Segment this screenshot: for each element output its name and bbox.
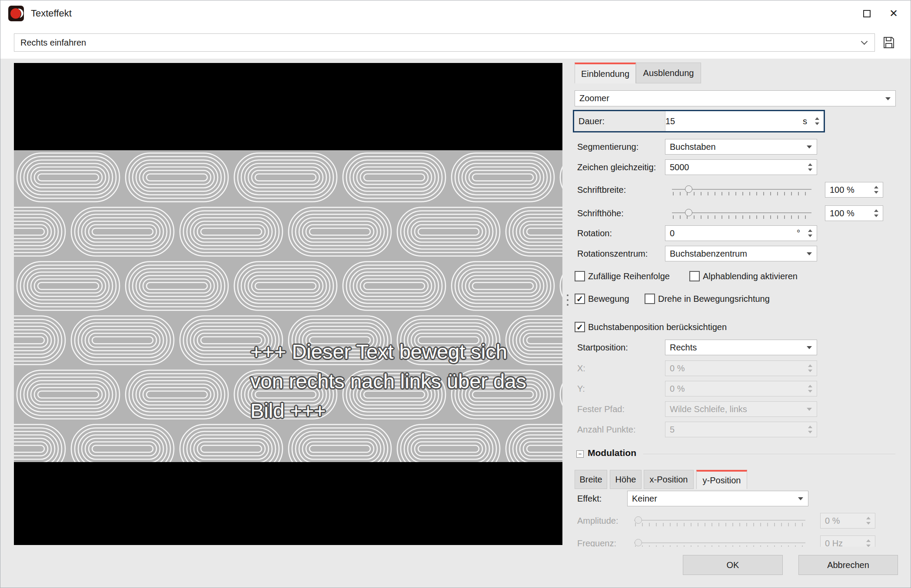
tab-label: Einblendung (581, 69, 629, 79)
bewegung-label[interactable]: Bewegung (588, 293, 629, 305)
frequenz-label: Frequenz: (577, 534, 616, 547)
y-spinbox: 0 % (665, 381, 817, 396)
segmentierung-value: Buchstaben (670, 142, 716, 152)
tab-ausblendung[interactable]: Ausblendung (636, 63, 701, 83)
slider-track[interactable] (672, 212, 811, 213)
y-value: 0 % (670, 384, 685, 394)
slider-thumb (635, 516, 642, 524)
zufaellige-reihenfolge-checkbox[interactable]: ✓ (575, 271, 585, 281)
modulation-collapse-button[interactable]: − (576, 450, 584, 458)
spin-down-button[interactable] (874, 215, 878, 217)
anzahl-punkte-value: 5 (670, 425, 675, 435)
tab-label: y-Position (703, 476, 741, 486)
texteffekt-dialog: Texteffekt ✕ Rechts einfahren (0, 0, 911, 588)
y-spinner (805, 382, 815, 395)
spin-up-button[interactable] (874, 186, 878, 188)
slider-ticks (635, 545, 805, 547)
chevron-down-icon (807, 346, 812, 349)
spin-down-button (808, 390, 812, 393)
schriftbreite-spinner (871, 183, 881, 196)
tab-breite[interactable]: Breite (575, 470, 607, 489)
schriftbreite-spinbox[interactable]: 100 % (825, 182, 883, 198)
frequenz-slider (634, 534, 805, 547)
segmentierung-dropdown[interactable]: Buchstaben (665, 139, 817, 155)
schrifthoehe-spinbox[interactable]: 100 % (825, 205, 883, 221)
dauer-spinner (812, 112, 822, 130)
close-button[interactable]: ✕ (880, 0, 907, 26)
spin-up-button[interactable] (808, 163, 812, 166)
preset-value: Rechts einfahren (20, 38, 86, 48)
chevron-down-icon (807, 252, 812, 255)
effekt-value: Keiner (632, 494, 657, 504)
effekt-dropdown[interactable]: Keiner (627, 491, 808, 506)
buchstabenposition-label[interactable]: Buchstabenposition berücksichtigen (588, 321, 727, 333)
tab-hoehe[interactable]: Höhe (610, 470, 642, 489)
effect-value: Zoomer (579, 93, 609, 103)
ok-button-label: OK (727, 560, 739, 570)
zufaellige-reihenfolge-label[interactable]: Zufällige Reihenfolge (588, 270, 670, 282)
rotationszentrum-value: Buchstabenzentrum (670, 249, 747, 259)
preset-dropdown[interactable]: Rechts einfahren (14, 33, 875, 52)
spin-up-button[interactable] (874, 209, 878, 212)
dauer-unit: s (803, 116, 807, 126)
rotation-unit: ° (797, 228, 800, 238)
anzahl-punkte-spinner (805, 423, 815, 436)
save-preset-button[interactable] (880, 33, 898, 52)
rotation-spinbox[interactable]: 0 ° (665, 225, 817, 241)
amplitude-label: Amplitude: (577, 511, 618, 530)
spin-up-button[interactable] (815, 117, 819, 120)
drehe-label[interactable]: Drehe in Bewegungsrichtung (658, 293, 770, 305)
x-spinbox: 0 % (665, 360, 817, 376)
spin-down-button[interactable] (815, 122, 819, 125)
x-label: X: (577, 360, 585, 376)
ok-button[interactable]: OK (683, 555, 783, 575)
spin-down-button[interactable] (874, 191, 878, 194)
schrifthoehe-value: 100 % (830, 208, 854, 218)
slider-track[interactable] (672, 189, 811, 190)
spin-down-button (866, 522, 871, 525)
slider-thumb[interactable] (685, 209, 692, 216)
preview-text-line: von rechts nach links über das (250, 367, 526, 396)
preview-canvas: +++ Dieser Text bewegt sich von rechts n… (14, 63, 562, 545)
tab-einblendung[interactable]: Einblendung (575, 63, 636, 83)
cancel-button[interactable]: Abbrechen (798, 555, 898, 575)
spin-down-button (866, 545, 871, 547)
dauer-input[interactable]: 15 s (665, 111, 824, 131)
rotation-spinner (805, 227, 815, 240)
alphablending-checkbox[interactable]: ✓ (689, 271, 700, 281)
amplitude-spinner (863, 514, 874, 527)
modulation-divider (643, 454, 895, 454)
checkmark-icon: ✓ (576, 323, 583, 331)
schriftbreite-value: 100 % (830, 185, 854, 195)
anzahl-punkte-label: Anzahl Punkte: (577, 422, 636, 437)
segmentierung-label: Segmentierung: (577, 139, 638, 155)
chevron-down-icon (861, 38, 868, 45)
slider-ticks (673, 192, 811, 195)
schriftbreite-slider[interactable] (672, 180, 811, 199)
spin-down-button[interactable] (808, 235, 812, 237)
effect-text-overlay[interactable]: +++ Dieser Text bewegt sich von rechts n… (250, 337, 526, 426)
maximize-button[interactable] (853, 0, 880, 26)
slider-thumb (635, 539, 642, 546)
zeichen-spinbox[interactable]: 5000 (665, 159, 817, 175)
cancel-button-label: Abbrechen (827, 560, 869, 570)
panel-splitter-handle[interactable] (565, 291, 570, 310)
rotation-label: Rotation: (577, 225, 612, 241)
tab-y-position[interactable]: y-Position (696, 470, 747, 489)
spin-up-button[interactable] (808, 229, 812, 232)
chevron-down-icon (807, 408, 812, 411)
effect-dropdown[interactable]: Zoomer (575, 90, 896, 106)
drehe-checkbox[interactable]: ✓ (645, 294, 655, 304)
startposition-dropdown[interactable]: Rechts (665, 340, 817, 355)
slider-thumb[interactable] (685, 185, 692, 193)
alphablending-label[interactable]: Alphablending aktivieren (703, 270, 798, 282)
buchstabenposition-checkbox[interactable]: ✓ (575, 322, 585, 332)
schrifthoehe-spinner (871, 207, 881, 220)
slider-ticks (673, 215, 811, 219)
spin-down-button[interactable] (808, 168, 812, 171)
x-spinner (805, 362, 815, 375)
bewegung-checkbox[interactable]: ✓ (575, 294, 585, 304)
tab-x-position[interactable]: x-Position (644, 470, 694, 489)
schrifthoehe-slider[interactable] (672, 204, 811, 223)
rotationszentrum-dropdown[interactable]: Buchstabenzentrum (665, 246, 817, 261)
